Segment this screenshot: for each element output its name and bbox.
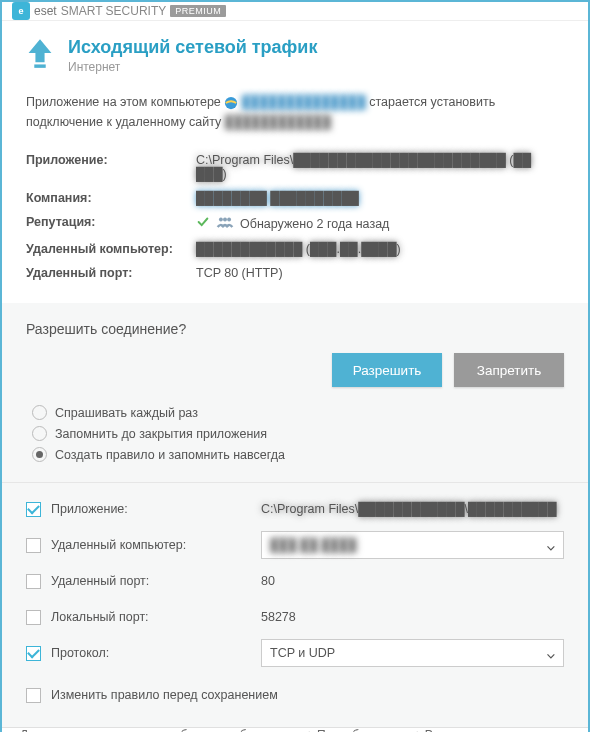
chevron-down-icon: ⌵ [547,646,555,661]
ie-icon [224,96,238,110]
radio-label: Запомнить до закрытия приложения [55,427,267,441]
rule-rport-label: Удаленный порт: [51,574,251,588]
chevron-down-icon: ⌵ [547,538,555,553]
rule-remote-computer: Удаленный компьютер: ███.██.████ ⌵ [26,527,564,563]
remember-radio-group: Спрашивать каждый раз Запомнить до закры… [26,405,564,462]
info-company-value: ████████ ██████████ [196,191,564,205]
rule-remote-port: Удаленный порт: 80 [26,563,564,599]
info-remote-value: ████████████ (███.██.████) [196,242,564,256]
dialog-window: e eset SMART SECURITY PREMIUM Исходящий … [0,0,590,732]
rule-app-label: Приложение: [51,502,251,516]
remote-computer-select[interactable]: ███.██.████ ⌵ [261,531,564,559]
svg-rect-0 [34,64,45,67]
action-section: Разрешить соединение? Разрешить Запретит… [2,303,588,482]
brand-eset: eset [34,4,57,18]
desc-site-blurred: ████████████ [225,115,331,129]
rule-lport-value: 58278 [261,610,564,624]
rule-remote-label: Удаленный компьютер: [51,538,251,552]
protocol-select[interactable]: TCP и UDP ⌵ [261,639,564,667]
rule-app-value: C:\Program Files\████████████\██████████ [261,502,564,516]
radio-icon [32,447,47,462]
page-subtitle: Интернет [68,60,317,74]
rule-edit-label: Изменить правило перед сохранением [51,688,278,702]
info-table: Приложение: C:\Program Files\███████████… [26,148,564,285]
rule-lport-label: Локальный порт: [51,610,251,624]
info-app-label: Приложение: [26,153,196,181]
radio-icon [32,426,47,441]
allow-button[interactable]: Разрешить [332,353,442,387]
rule-protocol: Протокол: TCP и UDP ⌵ [26,635,564,671]
footer-details-toggle[interactable]: ⌃ Подробности [305,728,391,732]
protocol-select-value: TCP и UDP [270,646,335,660]
checkbox-edit-rule[interactable] [26,688,41,703]
checkbox-application[interactable] [26,502,41,517]
question-text: Разрешить соединение? [26,321,564,337]
deny-button[interactable]: Запретить [454,353,564,387]
info-remote-label: Удаленный компьютер: [26,242,196,256]
header: Исходящий сетевой трафик Интернет [26,37,564,74]
page-title: Исходящий сетевой трафик [68,37,317,58]
footer: Дополнительные сведения об этом сообщени… [2,727,588,732]
footer-advanced-toggle[interactable]: ⌃ Расширенные параметры [413,728,569,732]
remote-select-value: ███.██.████ [270,538,357,552]
outgoing-arrow-icon [26,37,54,72]
button-row: Разрешить Запретить [26,353,564,387]
brand-logo: e eset SMART SECURITY PREMIUM [12,2,226,20]
svg-point-3 [223,218,227,222]
radio-ask-each-time[interactable]: Спрашивать каждый раз [32,405,564,420]
checkbox-protocol[interactable] [26,646,41,661]
radio-icon [32,405,47,420]
reputation-text: Обнаружено 2 года назад [240,217,389,231]
radio-label: Создать правило и запомнить навсегда [55,448,285,462]
rule-edit-before-save: Изменить правило перед сохранением [26,677,564,713]
info-port-value: TCP 80 (HTTP) [196,266,564,280]
footer-advanced-text: Расширенные параметры [425,728,569,732]
users-icon [216,215,234,232]
checkbox-local-port[interactable] [26,610,41,625]
info-reputation-value: Обнаружено 2 года назад [196,215,564,232]
rule-local-port: Локальный порт: 58278 [26,599,564,635]
footer-more-text: Дополнительные сведения об этом сообщени… [20,728,283,732]
brand-product: SMART SECURITY [61,4,167,18]
brand-edition: PREMIUM [170,5,226,17]
check-icon [196,215,210,232]
checkbox-remote-port[interactable] [26,574,41,589]
desc-text-1: Приложение на этом компьютере [26,95,224,109]
info-app-value: C:\Program Files\███████████████████████… [196,153,564,181]
titlebar: e eset SMART SECURITY PREMIUM [2,2,588,21]
footer-details-text: Подробности [317,728,391,732]
rule-section: Приложение: C:\Program Files\███████████… [2,482,588,727]
svg-point-2 [219,218,223,222]
info-company-label: Компания: [26,191,196,205]
svg-point-4 [227,218,231,222]
rule-application: Приложение: C:\Program Files\███████████… [26,491,564,527]
desc-app-blurred: ██████████████ [242,95,366,109]
info-port-label: Удаленный порт: [26,266,196,280]
description: Приложение на этом компьютере ██████████… [26,92,564,132]
radio-remember-until-close[interactable]: Запомнить до закрытия приложения [32,426,564,441]
radio-create-rule[interactable]: Создать правило и запомнить навсегда [32,447,564,462]
radio-label: Спрашивать каждый раз [55,406,198,420]
rule-proto-label: Протокол: [51,646,251,660]
rule-rport-value: 80 [261,574,564,588]
info-reputation-label: Репутация: [26,215,196,232]
checkbox-remote[interactable] [26,538,41,553]
eset-icon: e [12,2,30,20]
content-top: Исходящий сетевой трафик Интернет Прилож… [2,21,588,285]
footer-more-info-link[interactable]: Дополнительные сведения об этом сообщени… [20,728,283,732]
